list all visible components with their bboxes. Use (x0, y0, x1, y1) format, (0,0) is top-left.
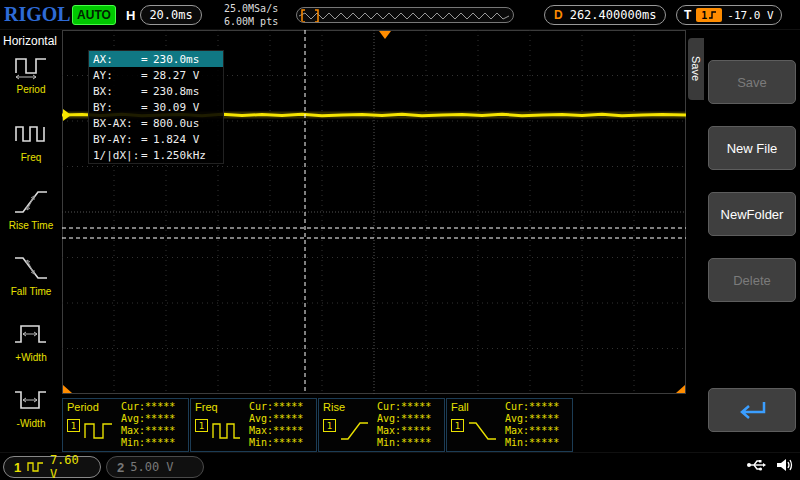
freq-measure-icon (212, 419, 242, 443)
equals-sign: = (141, 101, 153, 114)
preview-waveform-icon (297, 9, 513, 23)
softkey-menu: Save Save New File NewFolder Delete (686, 30, 800, 480)
delay-label: D (554, 8, 563, 22)
measurement-stats: Cur:***** Avg:***** Max:***** Min:***** (505, 401, 559, 449)
sidebar-item-label: +Width (15, 352, 46, 363)
cursor-row-ay: AY: = 28.27 V (89, 67, 223, 83)
cursor-row-by: BY: = 30.09 V (89, 99, 223, 115)
sidebar-item-period[interactable]: Period (0, 52, 62, 116)
sidebar-item-freq[interactable]: Freq (0, 120, 62, 184)
new-file-button[interactable]: New File (708, 126, 796, 170)
cursor-row-bx: BX: = 230.8ms (89, 83, 223, 99)
cursor-label: BX-AX: (93, 117, 141, 130)
sweep-end-marker (676, 385, 685, 393)
measurement-panel-freq: Freq 1 Cur:***** Avg:***** Max:***** Min… (190, 398, 317, 452)
new-folder-button[interactable]: NewFolder (708, 192, 796, 236)
sidebar-item-neg-width[interactable]: -Width (0, 386, 62, 450)
minus-width-icon (13, 386, 49, 414)
run-status-badge[interactable]: AUTO (72, 5, 116, 25)
horizontal-label: H (126, 8, 135, 23)
top-status-bar: RIGOL AUTO H 20.0ms 25.0MSa/s 6.00M pts … (0, 0, 800, 30)
cursor-value: 1.824 V (153, 133, 219, 146)
sidebar-item-label: Period (17, 84, 46, 95)
cursor-label: BY: (93, 101, 141, 114)
measurement-panel-fall: Fall 1 Cur:***** Avg:***** Max:***** Min… (446, 398, 573, 452)
channel1-wave-icon (27, 461, 44, 473)
trigger-source-number: 1 (701, 10, 707, 21)
memory-depth: 6.00M pts (224, 15, 278, 28)
delete-button[interactable]: Delete (708, 258, 796, 302)
bottom-status-bar: 1 7.60 V 2 5.00 V (0, 452, 800, 480)
sidebar-title: Horizontal (3, 34, 57, 48)
return-arrow-icon (733, 399, 771, 421)
save-button[interactable]: Save (708, 60, 796, 104)
sidebar-item-label: Fall Time (11, 286, 52, 297)
cursor-label: BY-AY: (93, 133, 141, 146)
rise-measure-icon (340, 419, 370, 443)
cursor-label: AX: (93, 53, 141, 66)
plus-width-icon (13, 320, 49, 348)
sample-rate: 25.0MSa/s (224, 2, 278, 15)
fall-time-icon (13, 254, 49, 282)
measurement-name: Period (67, 401, 99, 413)
measurement-stats: Cur:***** Avg:***** Max:***** Min:***** (377, 401, 431, 449)
trigger-edge-icon (708, 10, 717, 20)
measurement-name: Rise (323, 401, 345, 413)
cursor-value: 1.250kHz (153, 149, 219, 162)
cursor-row-byay: BY-AY: = 1.824 V (89, 131, 223, 147)
sidebar-item-label: Rise Time (9, 220, 53, 231)
speaker-icon (776, 457, 794, 473)
measurement-name: Fall (451, 401, 469, 413)
left-function-sidebar: Horizontal Period Freq Rise Time (0, 30, 62, 452)
period-icon (13, 52, 49, 80)
channel2-chip[interactable]: 2 5.00 V (106, 456, 204, 478)
equals-sign: = (141, 53, 153, 66)
sidebar-item-label: -Width (17, 418, 46, 429)
trigger-source-chip: 1 (696, 8, 722, 22)
trigger-readout-group: T 1 -17.0 V (676, 5, 782, 25)
measurement-panel-rise: Rise 1 Cur:***** Avg:***** Max:***** Min… (318, 398, 445, 452)
channel1-number: 1 (14, 460, 21, 475)
memory-waveform-preview (296, 7, 514, 23)
trigger-position-marker (379, 31, 391, 39)
measurement-channel-badge: 1 (67, 419, 80, 432)
freq-icon (13, 120, 49, 148)
cursor-readout-box: AX: = 230.0ms AY: = 28.27 V BX: = 230.8m… (88, 50, 224, 164)
equals-sign: = (141, 149, 153, 162)
equals-sign: = (141, 117, 153, 130)
horizontal-timebase-group[interactable]: H 20.0ms (126, 5, 202, 25)
cursor-value: 230.8ms (153, 85, 219, 98)
acquisition-info: 25.0MSa/s 6.00M pts (224, 2, 278, 28)
measurement-channel-badge: 1 (195, 419, 208, 432)
channel2-scale: 5.00 V (130, 460, 173, 474)
channel1-chip[interactable]: 1 7.60 V (3, 456, 101, 478)
sidebar-item-pos-width[interactable]: +Width (0, 320, 62, 384)
measurement-stats: Cur:***** Avg:***** Max:***** Min:***** (249, 401, 303, 449)
measurement-panel-row: Period 1 Cur:***** Avg:***** Max:***** M… (62, 398, 573, 452)
menu-tab-save: Save (688, 38, 704, 100)
equals-sign: = (141, 85, 153, 98)
waveform-display: AX: = 230.0ms AY: = 28.27 V BX: = 230.8m… (62, 30, 686, 394)
measurement-channel-badge: 1 (323, 419, 336, 432)
cursor-label: AY: (93, 69, 141, 82)
channel1-level-marker (63, 109, 71, 121)
fall-measure-icon (468, 419, 498, 443)
cursor-row-ax: AX: = 230.0ms (89, 51, 223, 67)
cursor-row-inv-dx: 1/|dX|: = 1.250kHz (89, 147, 223, 163)
status-icons (746, 457, 794, 473)
sidebar-item-label: Freq (21, 152, 42, 163)
cursor-value: 28.27 V (153, 69, 219, 82)
usb-icon (746, 457, 766, 473)
measurement-channel-badge: 1 (451, 419, 464, 432)
sidebar-item-fall-time[interactable]: Fall Time (0, 254, 62, 318)
cursor-value: 30.09 V (153, 101, 219, 114)
timebase-value: 20.0ms (140, 5, 201, 25)
channel1-scale: 7.60 V (50, 453, 90, 480)
channel2-number: 2 (117, 460, 124, 475)
rigol-logo: RIGOL (4, 3, 71, 26)
return-button[interactable] (708, 388, 796, 432)
trigger-label: T (684, 8, 691, 22)
cursor-label: BX: (93, 85, 141, 98)
measurement-name: Freq (195, 401, 218, 413)
sidebar-item-rise-time[interactable]: Rise Time (0, 188, 62, 252)
